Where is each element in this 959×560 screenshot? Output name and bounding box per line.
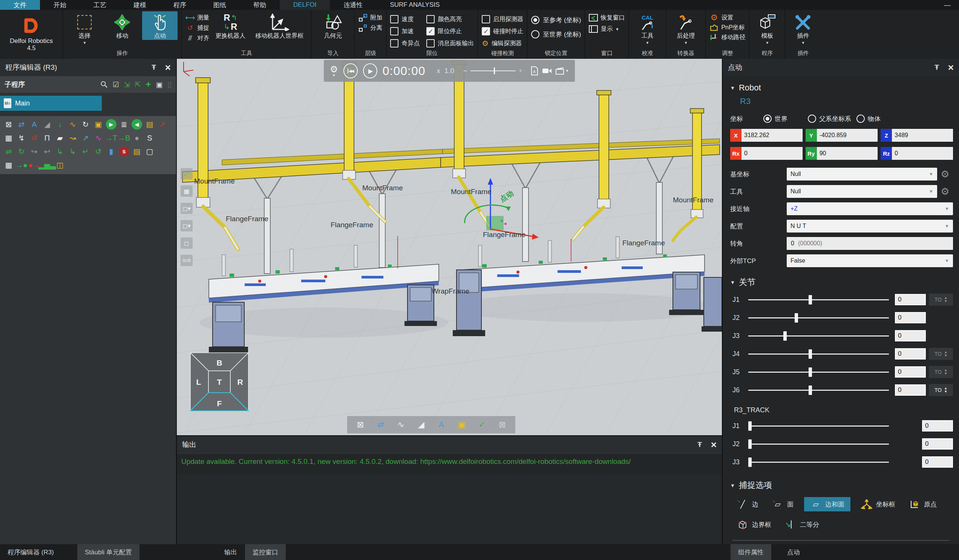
- stop-icon[interactable]: S: [119, 146, 129, 156]
- statistics-icon[interactable]: ▂▅▃: [41, 159, 54, 171]
- branch-icon[interactable]: ↳: [54, 145, 66, 158]
- import-program-icon[interactable]: ⇲: [124, 80, 130, 89]
- speed-slider[interactable]: − +: [463, 67, 523, 75]
- pdf-export-icon[interactable]: A: [531, 66, 538, 75]
- snap-face-button[interactable]: ▱→ 面: [769, 497, 797, 511]
- tab-staubli-cell-config[interactable]: Stäubli 单元配置: [77, 544, 140, 560]
- j3-slider[interactable]: [748, 336, 889, 337]
- cycle-icon[interactable]: ↻: [79, 118, 92, 130]
- refresh-icon[interactable]: ↺: [92, 145, 105, 158]
- singularity-checkbox[interactable]: 奇异点: [390, 38, 419, 49]
- coord-world-radio[interactable]: 世界: [763, 114, 787, 124]
- to-reference-radio[interactable]: 至参考 (坐标): [531, 14, 581, 26]
- color-highlight-checkbox[interactable]: 颜色高亮: [426, 14, 474, 25]
- j4-slider-handle[interactable]: [809, 349, 812, 359]
- rewind-button[interactable]: ◀◀: [343, 63, 358, 78]
- y-field[interactable]: Y-4020.859: [806, 129, 878, 142]
- x-field[interactable]: X3182.262: [730, 129, 803, 142]
- move-robot-world-frame-button[interactable]: 移动机器人世界框: [252, 11, 307, 40]
- view-preset-icon[interactable]: ◻: [180, 237, 193, 249]
- tab-monitor-window[interactable]: 监控窗口: [245, 544, 286, 560]
- step-over-icon[interactable]: ↪: [28, 145, 41, 158]
- menu-tab-modeling[interactable]: 建模: [120, 0, 160, 10]
- plugin-button[interactable]: 插件▼: [789, 11, 817, 46]
- snap-origin-button[interactable]: 原点: [906, 497, 940, 511]
- play-button[interactable]: ▶: [363, 63, 378, 78]
- spinner-arrows-icon[interactable]: ▲▼: [944, 350, 947, 358]
- signal-in-icon[interactable]: →●: [15, 159, 28, 171]
- movie-clapper-icon[interactable]: ▼: [556, 67, 569, 75]
- print-icon[interactable]: ▦: [2, 159, 15, 171]
- track-j3-value[interactable]: 0: [922, 457, 953, 468]
- tool-move-icon[interactable]: →T: [105, 132, 118, 144]
- pin-icon[interactable]: Ŧ: [698, 441, 702, 449]
- pnp-coords-button[interactable]: PnP坐标: [709, 23, 745, 32]
- conveyor-icon[interactable]: ▤: [143, 118, 156, 130]
- play-icon[interactable]: ▶: [106, 119, 116, 130]
- j6-to-button[interactable]: TO▲▼: [929, 384, 953, 396]
- track-j2-value[interactable]: 0: [922, 438, 953, 450]
- teach-icon[interactable]: ⊠: [2, 118, 15, 130]
- j5-slider-handle[interactable]: [809, 368, 812, 377]
- track-j1-value[interactable]: 0: [922, 420, 953, 431]
- sub-view-button[interactable]: SUB: [180, 255, 193, 266]
- grid-toggle-icon[interactable]: ▦: [180, 185, 193, 197]
- curve-move-icon[interactable]: ↝: [66, 132, 79, 144]
- menu-tab-help[interactable]: 帮助: [240, 0, 280, 10]
- pin-icon[interactable]: Ŧ: [935, 63, 939, 72]
- record-icon[interactable]: ●: [131, 132, 143, 144]
- swap-icon[interactable]: ⇄: [15, 118, 28, 130]
- playback-settings-icon[interactable]: ⚙▼: [330, 65, 338, 77]
- step-icon[interactable]: Π: [41, 132, 54, 144]
- robot-tool-icon[interactable]: ⊠: [495, 418, 510, 432]
- postprocessor-icon[interactable]: ≣: [118, 118, 131, 130]
- tool-dropdown[interactable]: Null▼: [787, 185, 937, 198]
- robot-select-icon[interactable]: ⊠: [353, 418, 368, 432]
- attach-button[interactable]: 附加: [358, 14, 382, 22]
- post-process-button[interactable]: 后处理▼: [670, 11, 701, 46]
- robot-section-header[interactable]: ▼ Robot: [730, 83, 953, 93]
- wait-icon[interactable]: ▮: [105, 145, 118, 158]
- return-icon[interactable]: ↵: [79, 145, 92, 158]
- subprogram-icon[interactable]: S: [143, 132, 156, 144]
- snap-frame-button[interactable]: 坐标框: [858, 497, 898, 511]
- j1-slider-handle[interactable]: [809, 295, 812, 304]
- j6-slider[interactable]: [748, 390, 889, 391]
- detach-button[interactable]: 分离: [358, 24, 382, 32]
- j6-slider-handle[interactable]: [809, 385, 812, 395]
- document-icon[interactable]: ▢: [143, 145, 156, 158]
- frame-select-icon[interactable]: ▣: [454, 418, 469, 432]
- menu-tab-surf-analysis[interactable]: SURF ANALYSIS: [376, 0, 453, 10]
- text-annotation-icon[interactable]: A: [434, 418, 449, 432]
- sync-icon[interactable]: ⇌: [2, 145, 15, 158]
- add-point-icon[interactable]: ↓: [54, 118, 66, 130]
- copy-icon[interactable]: ▣: [156, 80, 163, 89]
- speed-slider-track[interactable]: [470, 70, 516, 71]
- coord-object-radio[interactable]: 物体: [857, 114, 881, 124]
- base-frame-dropdown[interactable]: Null▼: [787, 168, 937, 180]
- close-icon[interactable]: ×: [711, 441, 717, 449]
- menu-tab-start[interactable]: 开始: [40, 0, 80, 10]
- j4-slider[interactable]: [748, 353, 889, 355]
- z-field[interactable]: Z3489: [881, 129, 953, 142]
- task-list-icon[interactable]: ☑: [113, 80, 119, 89]
- accel-checkbox[interactable]: 加速: [390, 25, 419, 37]
- geometry-button[interactable]: 几何元: [315, 11, 350, 40]
- path-icon[interactable]: ∿: [66, 118, 79, 130]
- speed-checkbox[interactable]: 速度: [390, 14, 419, 25]
- message-panel-output-checkbox[interactable]: 消息面板输出: [426, 38, 474, 49]
- j5-value[interactable]: 0: [895, 366, 926, 378]
- tab-component-properties[interactable]: 组件属性: [731, 544, 771, 560]
- loop-icon[interactable]: ↻: [15, 145, 28, 158]
- snap-bisect-button[interactable]: ↘▏ 二等分: [782, 517, 822, 532]
- step-back-icon[interactable]: ↩: [41, 145, 54, 158]
- approach-axis-dropdown[interactable]: +Z▼: [787, 202, 953, 215]
- rx-field[interactable]: Rx0: [730, 147, 803, 160]
- speed-minus[interactable]: −: [463, 67, 467, 75]
- menu-tab-delfoi[interactable]: DELFOI: [280, 0, 330, 10]
- tab-jog[interactable]: 点动: [779, 544, 808, 560]
- expand-view-icon[interactable]: ⤢: [180, 168, 193, 180]
- track-j1-slider[interactable]: [748, 425, 889, 426]
- ptp-move-icon[interactable]: ∿: [92, 132, 105, 144]
- search-icon[interactable]: [100, 81, 108, 88]
